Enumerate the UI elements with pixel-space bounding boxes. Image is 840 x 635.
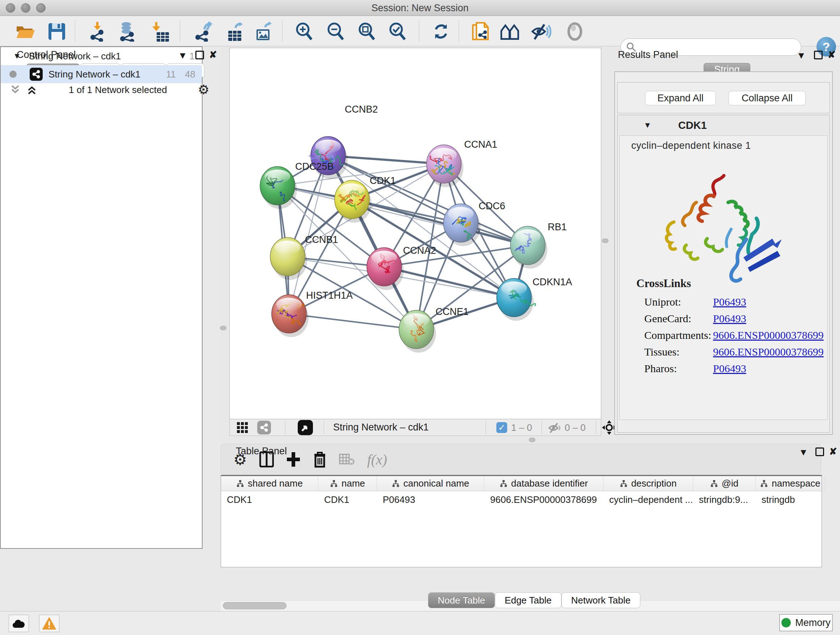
fit-content-icon[interactable] xyxy=(356,21,377,42)
tab-network-table[interactable]: Network Table xyxy=(561,592,640,608)
show-graphics-details-icon[interactable] xyxy=(500,21,521,42)
table-cell[interactable]: P06493 xyxy=(377,494,485,505)
string-network-icon xyxy=(30,68,43,81)
cloud-icon[interactable] xyxy=(9,615,29,632)
selected-nodes-checkbox-icon[interactable]: ✓ xyxy=(496,422,507,433)
network-canvas[interactable]: CCNB2CCNA1CDC25BCDK1CDC6RB1CCNB1CCNA2CDK… xyxy=(229,48,601,419)
crosslink-compartments-link[interactable]: 9606.ENSP00000378699 xyxy=(713,329,824,341)
node-RB1[interactable] xyxy=(510,226,547,269)
node-label: CDC6 xyxy=(478,201,505,211)
column-header-name[interactable]: name xyxy=(318,476,377,491)
network-svg[interactable]: CCNB2CCNA1CDC25BCDK1CDC6RB1CCNB1CCNA2CDK… xyxy=(230,48,602,419)
table-cell[interactable]: CDK1 xyxy=(221,494,318,505)
expand-collapse-bar: Expand All Collapse All xyxy=(617,82,830,113)
network-options-gear-icon[interactable]: ⚙ xyxy=(198,82,210,97)
import-table-icon[interactable] xyxy=(150,21,171,42)
node-CDC25B[interactable] xyxy=(260,166,297,209)
toolbar-separator xyxy=(75,20,75,42)
network-selection-status: 1 of 1 Network selected xyxy=(38,84,198,96)
delete-table-icon[interactable] xyxy=(339,453,355,466)
zoom-in-icon[interactable] xyxy=(294,21,315,42)
results-panel-close-icon[interactable]: ✘ xyxy=(828,49,836,60)
column-type-icon xyxy=(500,480,508,488)
toolbar-separator xyxy=(285,421,286,434)
scrollbar-thumb[interactable] xyxy=(223,602,286,609)
hidden-elements-eye-icon[interactable] xyxy=(548,422,562,434)
table-cell[interactable]: stringdb xyxy=(756,494,825,505)
network-share-icon[interactable] xyxy=(257,421,271,434)
update-network-icon[interactable] xyxy=(431,21,452,42)
show-hidden-icon[interactable] xyxy=(564,21,585,42)
import-network-file-icon[interactable] xyxy=(88,21,109,42)
column-header-label: namespace xyxy=(772,478,820,489)
node-CCNB2[interactable] xyxy=(309,136,347,179)
table-cell[interactable]: CDK1 xyxy=(318,494,377,505)
node-label: CCNE1 xyxy=(436,306,469,317)
protein-name: CDK1 xyxy=(678,119,707,131)
control-panel-close-icon[interactable]: ✘ xyxy=(209,49,217,60)
column-type-icon xyxy=(760,480,768,488)
birds-eye-view-icon[interactable] xyxy=(298,420,313,435)
column-header-databaseidentifier[interactable]: database identifier xyxy=(485,476,603,491)
column-header-namespace[interactable]: namespace xyxy=(756,476,825,491)
left-splitter-handle[interactable] xyxy=(220,326,226,330)
crosslink-label: Uniprot: xyxy=(644,296,713,308)
save-session-icon[interactable] xyxy=(46,21,67,42)
collection-expander-icon[interactable]: ▼ xyxy=(13,51,21,61)
node-HIST1H1A[interactable] xyxy=(272,295,309,337)
node-CCNA1[interactable] xyxy=(426,145,463,187)
collapse-all-icon[interactable] xyxy=(26,84,38,95)
warning-icon[interactable] xyxy=(39,615,59,632)
export-image-icon[interactable] xyxy=(254,21,275,42)
collapse-all-button[interactable]: Collapse All xyxy=(729,91,806,105)
main-toolbar: ? xyxy=(0,16,840,46)
crosslink-uniprot-link[interactable]: P06493 xyxy=(713,296,746,308)
table-row[interactable]: CDK1CDK1P064939606.ENSP00000378699cyclin… xyxy=(221,491,821,508)
bottom-splitter-handle[interactable] xyxy=(529,438,535,442)
table-panel-float-icon[interactable] xyxy=(815,448,824,456)
import-network-database-icon[interactable] xyxy=(117,21,138,42)
table-panel-close-icon[interactable]: ✘ xyxy=(829,446,837,457)
toolbar-separator xyxy=(419,20,419,42)
export-table-icon[interactable] xyxy=(225,21,246,42)
expand-all-icon[interactable] xyxy=(9,84,21,95)
protein-section-header[interactable]: ▼ CDK1 xyxy=(617,115,829,135)
crosslink-pharos-link[interactable]: P06493 xyxy=(713,363,746,375)
table-panel-collapse-icon[interactable]: ▼ xyxy=(799,447,808,458)
results-panel-collapse-icon[interactable]: ▼ xyxy=(797,50,806,61)
annotations-icon[interactable] xyxy=(470,21,491,42)
crosslink-tissues-link[interactable]: 9606.ENSP00000378699 xyxy=(713,346,824,358)
results-panel-float-icon[interactable] xyxy=(814,51,823,59)
node-CDK1[interactable] xyxy=(335,180,371,223)
delete-column-icon[interactable] xyxy=(313,451,327,468)
table-tabs: Node TableEdge TableNetwork Table xyxy=(428,592,640,608)
network-collection-row[interactable]: ▼ String Network – cdk1 1 xyxy=(1,47,202,65)
network-row[interactable]: String Network – cdk1 11 48 xyxy=(1,65,202,83)
expand-all-button[interactable]: Expand All xyxy=(645,91,716,105)
node-label: CCNA2 xyxy=(403,245,436,256)
node-CCNE1[interactable] xyxy=(399,310,436,353)
node-CDC6[interactable] xyxy=(444,204,480,246)
column-header-id[interactable]: @id xyxy=(693,476,756,491)
column-header-description[interactable]: description xyxy=(603,476,693,491)
export-network-icon[interactable] xyxy=(193,21,214,42)
tab-node-table[interactable]: Node Table xyxy=(428,592,495,608)
table-cell[interactable]: 9606.ENSP00000378699 xyxy=(485,494,603,505)
zoom-selected-icon[interactable] xyxy=(387,21,408,42)
zoom-out-icon[interactable] xyxy=(325,21,346,42)
grid-view-icon[interactable] xyxy=(236,421,248,434)
column-header-label: canonical name xyxy=(403,478,469,489)
table-cell[interactable]: stringdb:9... xyxy=(693,494,756,505)
section-expander-icon[interactable]: ▼ xyxy=(644,120,652,130)
column-header-canonicalname[interactable]: canonical name xyxy=(377,476,485,491)
open-session-icon[interactable] xyxy=(15,21,36,42)
node-CDKN1A[interactable] xyxy=(497,279,535,321)
function-builder-icon[interactable]: f(x) xyxy=(367,451,387,468)
memory-button[interactable]: Memory xyxy=(779,614,833,631)
add-column-icon[interactable] xyxy=(286,451,301,467)
crosslink-genecard-link[interactable]: P06493 xyxy=(713,312,746,325)
table-cell[interactable]: cyclin–dependent ... xyxy=(603,494,693,505)
tab-edge-table[interactable]: Edge Table xyxy=(495,592,561,608)
column-header-sharedname[interactable]: shared name xyxy=(221,476,318,491)
hide-selected-icon[interactable] xyxy=(531,21,551,42)
